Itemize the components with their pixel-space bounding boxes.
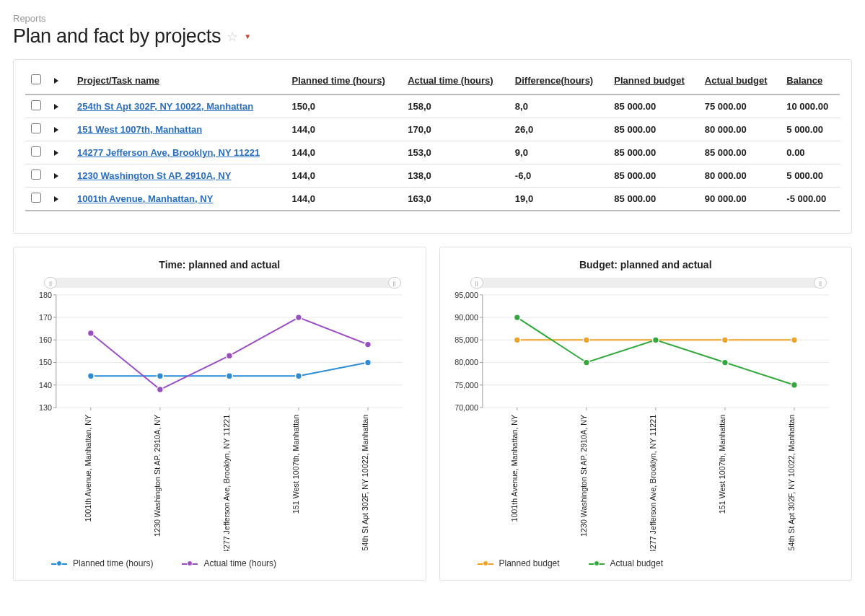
svg-text:75,000: 75,000	[455, 381, 478, 390]
svg-text:160: 160	[39, 335, 52, 344]
legend-item[interactable]: Planned budget	[478, 558, 560, 568]
budget-chart-range-slider[interactable]: || ||	[475, 278, 823, 288]
svg-text:95,000: 95,000	[455, 291, 478, 299]
legend-item[interactable]: Actual budget	[589, 558, 663, 568]
cell-difference: 26,0	[509, 118, 608, 141]
row-expand-icon[interactable]	[54, 173, 58, 179]
cell-planned-time: 144,0	[286, 141, 403, 164]
col-actual-time[interactable]: Actual time (hours)	[402, 67, 509, 94]
svg-point-73	[514, 314, 520, 321]
svg-text:254th St Apt 302F, NY 10022, M: 254th St Apt 302F, NY 10022, Manhattan	[786, 415, 795, 551]
select-all-checkbox[interactable]	[31, 74, 41, 84]
cell-difference: 8,0	[509, 94, 608, 118]
legend-swatch-icon	[589, 560, 605, 567]
time-chart-legend: Planned time (hours)Actual time (hours)	[22, 558, 417, 568]
svg-text:70,000: 70,000	[455, 403, 478, 412]
projects-table-panel: Project/Task name Planned time (hours) A…	[13, 59, 852, 234]
svg-point-38	[365, 341, 372, 348]
cell-actual-budget: 80 000.00	[699, 164, 781, 188]
budget-slider-handle-right-icon[interactable]: ||	[814, 277, 827, 289]
time-slider-handle-left-icon[interactable]: ||	[44, 277, 57, 289]
legend-label: Actual time (hours)	[203, 558, 276, 568]
row-expand-icon[interactable]	[54, 127, 58, 133]
svg-text:140: 140	[39, 381, 52, 390]
cell-planned-budget: 85 000.00	[608, 118, 698, 141]
svg-text:254th St Apt 302F, NY 10022, M: 254th St Apt 302F, NY 10022, Manhattan	[361, 415, 369, 551]
cell-balance: 5 000.00	[781, 164, 840, 188]
svg-text:1230 Washington St AP. 2910A, : 1230 Washington St AP. 2910A, NY	[579, 415, 587, 537]
table-row: 1230 Washington St AP. 2910A, NY144,0138…	[25, 164, 840, 188]
budget-slider-handle-left-icon[interactable]: ||	[470, 277, 483, 289]
breadcrumb[interactable]: Reports	[13, 13, 852, 24]
svg-point-35	[157, 387, 163, 393]
svg-text:1001th Avenue, Manhattan, NY: 1001th Avenue, Manhattan, NY	[509, 415, 518, 522]
budget-chart-title: Budget: planned and actual	[449, 259, 843, 270]
row-expand-icon[interactable]	[54, 150, 58, 156]
svg-text:180: 180	[39, 291, 52, 299]
charts-row: Time: planned and actual || || 130140150…	[13, 247, 852, 581]
row-expand-icon[interactable]	[54, 104, 58, 110]
svg-text:14277 Jefferson Ave, Brooklyn,: 14277 Jefferson Ave, Brooklyn, NY 11221	[648, 415, 657, 551]
col-difference[interactable]: Difference(hours)	[509, 67, 608, 94]
cell-planned-time: 144,0	[286, 188, 403, 211]
budget-chart-legend: Planned budgetActual budget	[449, 558, 843, 568]
svg-point-68	[514, 337, 520, 343]
svg-text:90,000: 90,000	[455, 313, 478, 322]
cell-difference: 9,0	[509, 141, 608, 164]
table-row: 1001th Avenue, Manhattan, NY144,0163,019…	[25, 188, 840, 211]
cell-actual-time: 163,0	[402, 188, 509, 211]
row-checkbox[interactable]	[31, 146, 41, 157]
col-project-name[interactable]: Project/Task name	[71, 67, 286, 94]
col-actual-budget[interactable]: Actual budget	[699, 67, 781, 94]
cell-actual-budget: 75 000.00	[699, 94, 781, 118]
cell-planned-time: 150,0	[286, 94, 403, 118]
cell-planned-budget: 85 000.00	[608, 141, 698, 164]
svg-text:1230 Washington St AP. 2910A, : 1230 Washington St AP. 2910A, NY	[153, 415, 162, 537]
legend-item[interactable]: Actual time (hours)	[182, 558, 276, 568]
cell-planned-budget: 85 000.00	[608, 164, 698, 188]
time-chart-panel: Time: planned and actual || || 130140150…	[13, 247, 426, 581]
col-planned-time[interactable]: Planned time (hours)	[286, 67, 403, 94]
cell-balance: 5 000.00	[781, 118, 840, 141]
cell-planned-time: 144,0	[286, 118, 403, 141]
page-title: Plan and fact by projects	[13, 25, 221, 48]
svg-text:150: 150	[39, 358, 52, 366]
cell-planned-budget: 85 000.00	[608, 94, 698, 118]
project-link[interactable]: 1230 Washington St AP. 2910A, NY	[77, 170, 231, 181]
project-link[interactable]: 151 West 1007th, Manhattan	[77, 124, 202, 135]
row-checkbox[interactable]	[31, 170, 41, 180]
project-link[interactable]: 254th St Apt 302F, NY 10022, Manhattan	[77, 101, 253, 112]
cell-balance: -5 000.00	[781, 188, 840, 211]
col-balance[interactable]: Balance	[781, 67, 840, 94]
legend-swatch-icon	[478, 560, 493, 567]
row-checkbox[interactable]	[31, 193, 41, 203]
favourite-star-icon[interactable]: ☆	[227, 29, 238, 45]
row-checkbox[interactable]	[31, 123, 41, 133]
legend-label: Planned budget	[499, 558, 560, 568]
row-checkbox[interactable]	[31, 100, 41, 110]
time-chart-range-slider[interactable]: || ||	[48, 278, 397, 288]
svg-point-71	[721, 337, 728, 343]
expand-all-icon[interactable]	[54, 78, 58, 84]
legend-item[interactable]: Planned time (hours)	[51, 558, 153, 568]
project-link[interactable]: 14277 Jefferson Ave, Brooklyn, NY 11221	[77, 147, 260, 158]
svg-text:151 West 1007th, Manhattan: 151 West 1007th, Manhattan	[291, 415, 300, 514]
svg-point-29	[87, 373, 94, 379]
table-row: 151 West 1007th, Manhattan144,0170,026,0…	[25, 118, 840, 141]
col-planned-budget[interactable]: Planned budget	[608, 67, 698, 94]
cell-actual-budget: 80 000.00	[699, 118, 781, 141]
svg-point-77	[791, 382, 797, 388]
svg-text:14277 Jefferson Ave, Brooklyn,: 14277 Jefferson Ave, Brooklyn, NY 11221	[222, 415, 231, 551]
cell-actual-budget: 90 000.00	[699, 188, 781, 211]
cell-actual-time: 158,0	[402, 94, 509, 118]
cell-planned-time: 144,0	[286, 164, 403, 188]
dropdown-caret-icon[interactable]: ▼	[244, 32, 251, 40]
time-slider-handle-right-icon[interactable]: ||	[388, 277, 401, 289]
cell-planned-budget: 85 000.00	[608, 188, 698, 211]
legend-swatch-icon	[182, 560, 198, 567]
row-expand-icon[interactable]	[54, 196, 58, 202]
svg-point-34	[87, 330, 94, 337]
project-link[interactable]: 1001th Avenue, Manhattan, NY	[77, 193, 213, 204]
legend-swatch-icon	[51, 560, 67, 567]
table-row: 254th St Apt 302F, NY 10022, Manhattan15…	[25, 94, 840, 118]
